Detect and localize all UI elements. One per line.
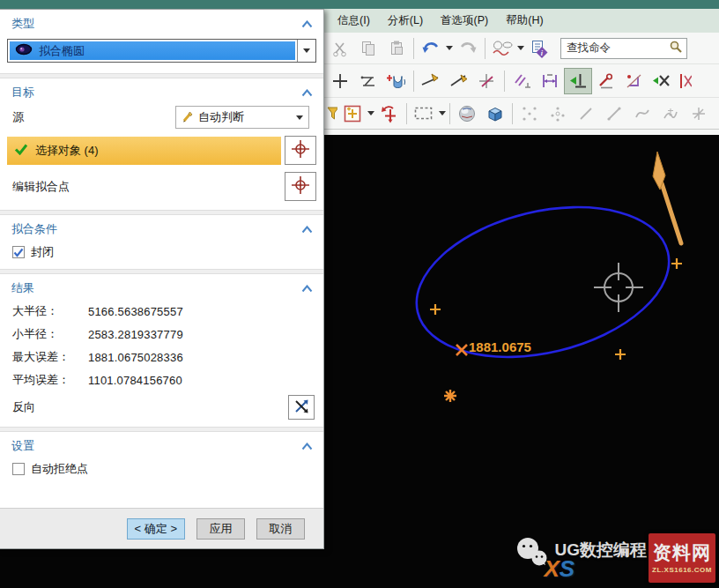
major-radius-value: 5166.5638675557 <box>88 305 183 318</box>
rotate-view-icon[interactable] <box>375 100 404 127</box>
site-url-text: ZL.XS1616.COM <box>652 566 712 574</box>
make-corner-icon[interactable] <box>620 68 649 94</box>
result-row-avg-error: 平均误差： 1101.0784156760 <box>0 368 323 391</box>
sketch-curves-dropdown-icon[interactable] <box>516 35 525 62</box>
toolbar-standard: i <box>324 33 719 64</box>
search-icon[interactable] <box>669 40 683 57</box>
menu-help[interactable]: 帮助(H) <box>498 10 551 32</box>
trim-curve-icon[interactable] <box>417 68 445 94</box>
application-bars: 信息(I) 分析(L) 首选项(P) 帮助(H) i <box>324 9 719 135</box>
reverse-row: 反向 <box>0 391 323 427</box>
cut-icon[interactable] <box>326 35 354 62</box>
select-object-pick-button[interactable] <box>285 136 316 165</box>
minor-radius-value: 2583.2819337779 <box>88 328 183 341</box>
source-dropdown[interactable]: 自动判断 <box>175 106 309 129</box>
undo-dropdown-icon[interactable] <box>445 35 454 62</box>
section-settings-header[interactable]: 设置 <box>0 432 323 458</box>
find-command-box <box>560 38 687 59</box>
result-row-max-error: 最大误差： 1881.0675028336 <box>0 346 323 368</box>
toolbar-separator <box>406 103 407 124</box>
shaded-sphere-icon[interactable] <box>453 100 481 127</box>
type-combo[interactable]: 拟合椭圆 <box>7 39 316 63</box>
offset-curve-icon[interactable] <box>382 68 411 94</box>
chevron-up-icon[interactable] <box>301 226 313 234</box>
dialog-footer: < 确定 > 应用 取消 <box>0 508 323 548</box>
menu-analysis[interactable]: 分析(L) <box>380 10 431 32</box>
selection-ball-cursor <box>594 263 643 312</box>
extend-curve-icon[interactable] <box>445 68 473 94</box>
delete-curve-icon[interactable] <box>649 68 677 94</box>
wechat-icon <box>513 533 552 576</box>
find-command-input[interactable] <box>567 42 669 55</box>
apply-button[interactable]: 应用 <box>196 518 245 540</box>
snap-funnel-icon[interactable] <box>326 100 338 127</box>
select-object-highlight[interactable]: 选择对象 (4) <box>7 137 281 165</box>
asterisk-marker <box>444 390 456 402</box>
section-target-header[interactable]: 目标 <box>0 78 323 104</box>
select-object-row: 选择对象 (4) <box>0 136 323 168</box>
point-icon[interactable] <box>326 68 354 94</box>
information-window-icon[interactable]: i <box>525 35 553 62</box>
edit-fit-points-button[interactable] <box>285 172 316 201</box>
point-crosshair-icon <box>291 175 310 197</box>
quick-trim-icon[interactable] <box>564 68 592 94</box>
toolbar-sketch-tools <box>324 64 719 98</box>
quick-extend-icon[interactable] <box>592 68 620 94</box>
chevron-up-icon[interactable] <box>301 443 313 450</box>
closed-checkbox[interactable] <box>12 246 25 258</box>
snap-line-icon[interactable] <box>572 100 600 127</box>
closed-checkbox-row: 封闭 <box>0 241 323 269</box>
direction-arrow <box>653 152 681 243</box>
copy-icon[interactable] <box>354 35 382 62</box>
profile-icon[interactable] <box>354 68 382 94</box>
paste-icon[interactable] <box>382 35 411 62</box>
toolbar-separator <box>485 38 486 59</box>
redo-icon[interactable] <box>454 35 482 62</box>
cancel-button[interactable]: 取消 <box>256 518 305 540</box>
edit-fit-points-label: 编辑拟合点 <box>12 179 70 195</box>
fit-curve-dialog: 类型 拟合椭圆 目标 源 自动判断 <box>0 9 324 549</box>
chevron-up-icon[interactable] <box>301 285 313 293</box>
max-error-value-label: 1881.0675 <box>469 339 531 354</box>
chevron-up-icon[interactable] <box>301 89 313 97</box>
snap-curve-icon[interactable] <box>628 100 656 127</box>
shaded-cube-icon[interactable] <box>481 100 509 127</box>
auto-reject-checkbox[interactable] <box>12 463 25 475</box>
avg-error-value: 1101.0784156760 <box>88 374 182 387</box>
type-combo-dropdown-icon[interactable] <box>297 40 315 62</box>
snap-segment-icon[interactable] <box>600 100 628 127</box>
enable-snap-point-icon[interactable] <box>338 100 367 127</box>
check-ok-icon <box>14 143 28 158</box>
undo-icon[interactable] <box>417 35 445 62</box>
snap-intersection-icon[interactable] <box>685 100 713 127</box>
ziliao-site-badge: 资料网 ZL.XS1616.COM <box>649 533 715 583</box>
menu-information[interactable]: 信息(I) <box>330 10 378 32</box>
section-type-header[interactable]: 类型 <box>0 10 323 35</box>
max-error-value: 1881.0675028336 <box>88 351 183 364</box>
toolbar-separator <box>512 103 513 124</box>
auto-reject-checkbox-row: 自动拒绝点 <box>0 458 323 486</box>
snap-endpoint-icon[interactable] <box>515 100 544 127</box>
menu-preferences[interactable]: 首选项(P) <box>433 10 496 32</box>
section-result-header[interactable]: 结果 <box>0 274 323 300</box>
reverse-direction-button[interactable] <box>288 395 315 420</box>
snap-pattern-icon[interactable] <box>544 100 572 127</box>
marquee-dropdown-icon[interactable] <box>438 100 447 127</box>
edge-constraint-icon[interactable] <box>677 68 693 94</box>
type-combo-selected[interactable]: 拟合椭圆 <box>10 41 295 60</box>
type-combo-value: 拟合椭圆 <box>39 43 85 59</box>
snap-spline-point-icon[interactable] <box>656 100 685 127</box>
ok-button[interactable]: < 确定 > <box>127 518 185 540</box>
section-fit-condition-header[interactable]: 拟合条件 <box>0 215 323 241</box>
snap-arc-center-icon[interactable] <box>713 100 719 127</box>
marquee-select-icon[interactable] <box>410 100 438 127</box>
rapid-dimension-icon[interactable] <box>536 68 564 94</box>
watermark-brand-text: UG数控编程 <box>555 539 648 562</box>
section-target-title: 目标 <box>11 85 34 100</box>
split-curve-icon[interactable] <box>473 68 501 94</box>
sketch-curves-icon[interactable] <box>488 35 516 62</box>
chevron-up-icon[interactable] <box>301 20 313 28</box>
minor-radius-label: 小半径： <box>12 326 88 342</box>
parallel-constraint-icon[interactable] <box>508 68 536 94</box>
snap-point-dropdown-icon[interactable] <box>367 100 375 127</box>
